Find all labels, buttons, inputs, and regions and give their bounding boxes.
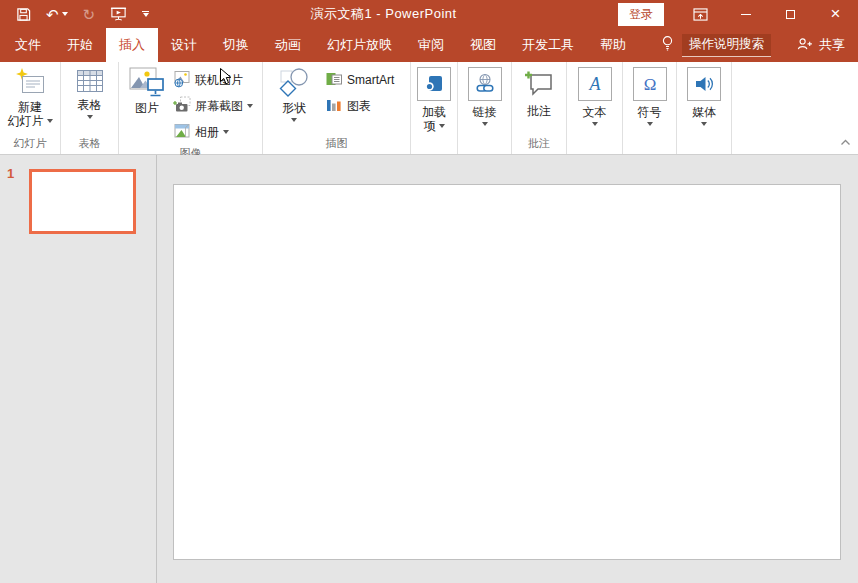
chart-icon xyxy=(325,96,343,117)
ribbon-group-comments: 批注 批注 xyxy=(512,62,567,154)
comment-icon xyxy=(524,67,554,101)
group-label-comments: 批注 xyxy=(512,135,566,154)
slide-thumbnail[interactable] xyxy=(29,169,136,234)
group-label-illustrations: 插图 xyxy=(263,135,410,154)
symbols-dropdown-icon[interactable] xyxy=(647,122,653,126)
ribbon-group-links: 链接 xyxy=(458,62,512,154)
tab-view[interactable]: 视图 xyxy=(457,28,509,62)
screenshot-label: 屏幕截图 xyxy=(195,98,243,115)
group-label-table: 表格 xyxy=(61,135,118,154)
maximize-button[interactable] xyxy=(768,0,813,28)
table-icon xyxy=(75,67,105,95)
ribbon-group-addins: 加载 项 xyxy=(411,62,458,154)
tab-transitions[interactable]: 切换 xyxy=(210,28,262,62)
tab-review[interactable]: 审阅 xyxy=(405,28,457,62)
media-dropdown-icon[interactable] xyxy=(701,122,707,126)
links-button[interactable]: 链接 xyxy=(468,65,502,135)
text-button[interactable]: A 文本 xyxy=(578,65,612,135)
tab-help[interactable]: 帮助 xyxy=(587,28,639,62)
screenshot-button[interactable]: 屏幕截图 xyxy=(169,93,257,119)
tab-design[interactable]: 设计 xyxy=(158,28,210,62)
powerpoint-window: ↶ ↻ 演示文稿1 - PowerPoint 登录 × 文件 开始 插入 设 xyxy=(0,0,858,583)
screenshot-dropdown-icon[interactable] xyxy=(247,104,253,108)
ribbon-display-options-icon[interactable] xyxy=(678,0,723,28)
ribbon-group-table: 表格 表格 xyxy=(61,62,119,154)
group-label-symbols xyxy=(623,135,676,154)
text-dropdown-icon[interactable] xyxy=(592,122,598,126)
quick-access-toolbar: ↶ ↻ xyxy=(16,6,149,22)
ribbon-group-media: 媒体 xyxy=(677,62,732,154)
search-input[interactable]: 操作说明搜索 xyxy=(682,34,771,57)
speaker-icon xyxy=(687,67,721,101)
undo-caret-icon[interactable] xyxy=(62,12,68,16)
new-slide-dropdown-icon[interactable] xyxy=(47,119,53,123)
save-icon[interactable] xyxy=(16,7,31,22)
comment-button[interactable]: 批注 xyxy=(524,65,554,135)
customize-quick-access-icon[interactable] xyxy=(142,11,149,17)
smartart-icon xyxy=(325,70,343,91)
tab-home[interactable]: 开始 xyxy=(54,28,106,62)
picture-label: 图片 xyxy=(135,101,159,115)
media-button[interactable]: 媒体 xyxy=(687,65,721,135)
tell-me-search[interactable]: 操作说明搜索 xyxy=(661,28,771,62)
group-label-text xyxy=(567,135,622,154)
sign-in-button[interactable]: 登录 xyxy=(618,3,664,26)
group-label-links xyxy=(458,135,511,154)
online-pictures-label: 联机图片 xyxy=(195,72,243,89)
lightbulb-icon xyxy=(661,35,674,55)
picture-icon xyxy=(129,67,165,98)
links-label: 链接 xyxy=(473,105,497,119)
slide-number: 1 xyxy=(7,166,14,181)
title-bar: ↶ ↻ 演示文稿1 - PowerPoint 登录 × xyxy=(0,0,858,28)
tab-file[interactable]: 文件 xyxy=(2,28,54,62)
ribbon-group-text: A 文本 xyxy=(567,62,623,154)
tab-developer[interactable]: 开发工具 xyxy=(509,28,587,62)
slides-panel[interactable]: 1 xyxy=(0,155,157,583)
tab-animations[interactable]: 动画 xyxy=(262,28,314,62)
slide-canvas[interactable] xyxy=(173,184,841,560)
new-slide-button[interactable]: 新建 幻灯片 xyxy=(8,65,53,135)
minimize-button[interactable] xyxy=(723,0,768,28)
addins-button[interactable]: 加载 项 xyxy=(417,65,451,135)
picture-button[interactable]: 图片 xyxy=(125,65,169,145)
new-slide-label-line1: 新建 xyxy=(18,100,42,114)
photo-album-label: 相册 xyxy=(195,124,219,141)
group-label-slides: 幻灯片 xyxy=(0,135,60,154)
addins-dropdown-icon[interactable] xyxy=(439,124,445,128)
table-button[interactable]: 表格 xyxy=(75,65,105,135)
group-label-media xyxy=(677,135,731,154)
shapes-button[interactable]: 形状 xyxy=(271,65,317,135)
close-button[interactable]: × xyxy=(813,0,858,28)
online-pictures-button[interactable]: 联机图片 xyxy=(169,67,257,93)
content-area: 1 xyxy=(0,155,858,583)
shapes-label: 形状 xyxy=(282,101,306,115)
new-slide-icon xyxy=(14,67,46,97)
chart-button[interactable]: 图表 xyxy=(321,93,398,119)
text-box-icon: A xyxy=(578,67,612,101)
table-label: 表格 xyxy=(78,98,102,112)
collapse-ribbon-icon[interactable] xyxy=(840,132,851,150)
text-label: 文本 xyxy=(583,105,607,119)
photo-album-dropdown-icon[interactable] xyxy=(223,130,229,134)
links-dropdown-icon[interactable] xyxy=(482,122,488,126)
ribbon-group-slides: 新建 幻灯片 幻灯片 xyxy=(0,62,61,154)
start-slideshow-icon[interactable] xyxy=(110,6,127,22)
new-slide-label-line2: 幻灯片 xyxy=(8,114,44,128)
table-dropdown-icon[interactable] xyxy=(87,115,93,119)
media-label: 媒体 xyxy=(692,105,716,119)
addins-icon xyxy=(417,67,451,101)
addins-label-line1: 加载 xyxy=(422,105,446,119)
undo-button[interactable]: ↶ xyxy=(46,7,68,22)
tab-slideshow[interactable]: 幻灯片放映 xyxy=(314,28,405,62)
addins-label-line2: 项 xyxy=(424,119,436,133)
tab-insert[interactable]: 插入 xyxy=(106,28,158,62)
photo-album-button[interactable]: 相册 xyxy=(169,119,257,145)
redo-icon: ↻ xyxy=(83,7,96,22)
share-button[interactable]: 共享 xyxy=(796,28,858,62)
smartart-button[interactable]: SmartArt xyxy=(321,67,398,93)
undo-icon: ↶ xyxy=(46,7,59,22)
shapes-icon xyxy=(278,67,310,98)
link-icon xyxy=(468,67,502,101)
shapes-dropdown-icon[interactable] xyxy=(291,118,297,122)
symbols-button[interactable]: Ω 符号 xyxy=(633,65,667,135)
